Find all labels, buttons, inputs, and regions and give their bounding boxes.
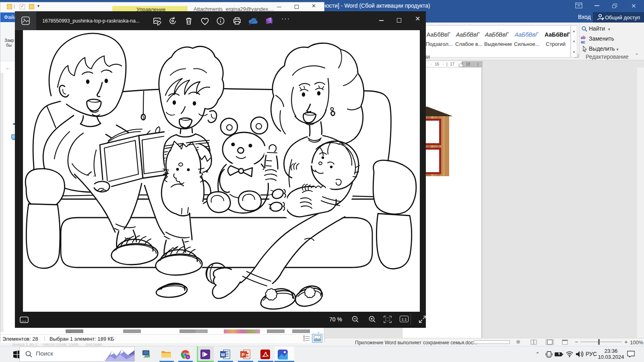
svg-text:л: л <box>187 355 188 359</box>
svg-text:W: W <box>221 352 225 357</box>
svg-text:P: P <box>242 352 244 357</box>
